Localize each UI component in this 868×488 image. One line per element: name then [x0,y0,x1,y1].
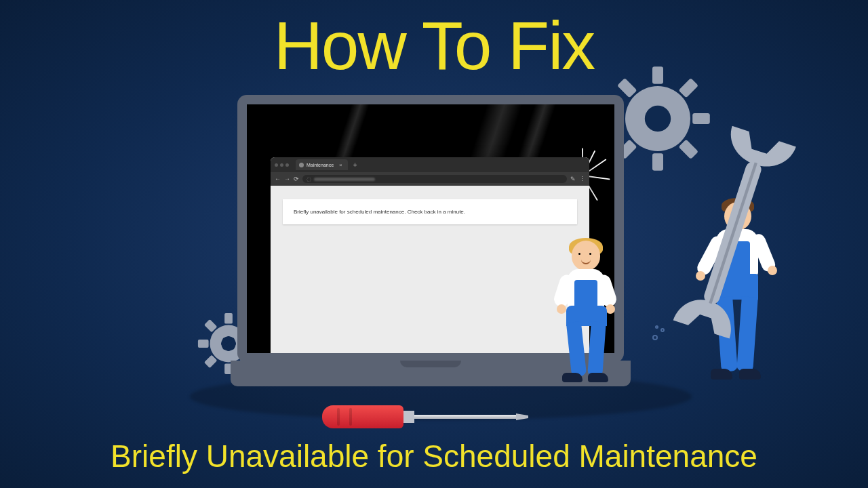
forward-icon[interactable]: → [284,176,290,182]
svg-rect-2 [652,153,663,171]
svg-rect-8 [679,140,698,159]
browser-toolbar: ← → ⟳ ◌ ✎ ⋮ [271,172,589,186]
svg-rect-13 [198,340,209,348]
svg-point-9 [645,106,671,131]
worker-standing-illustration [671,190,807,413]
close-icon[interactable]: × [339,162,342,168]
menu-icon[interactable]: ⋮ [579,176,585,182]
url-blurred [314,178,375,181]
browser-window: Maintenance × + ← → ⟳ ◌ ✎ ⋮ Briefly unav… [271,157,589,353]
tab-label: Maintenance [307,163,334,167]
svg-rect-5 [679,78,698,98]
new-tab-button[interactable]: + [353,161,357,169]
worker-sitting-illustration [553,241,627,410]
site-info-icon: ◌ [307,176,311,182]
address-bar[interactable]: ◌ [302,175,567,183]
svg-rect-17 [204,319,217,332]
edit-icon[interactable]: ✎ [570,176,576,182]
headline-text: How To Fix [0,7,868,85]
reload-icon[interactable]: ⟳ [294,176,299,182]
svg-rect-1 [652,66,663,84]
screwdriver-icon [322,401,532,432]
svg-rect-4 [692,113,710,124]
back-icon[interactable]: ← [275,176,281,182]
maintenance-message: Briefly unavailable for scheduled mainte… [283,199,577,224]
browser-tab[interactable]: Maintenance × [296,159,348,170]
svg-rect-16 [204,355,217,368]
window-controls[interactable] [275,163,289,167]
page-body: Briefly unavailable for scheduled mainte… [271,186,589,238]
subheadline-text: Briefly Unavailable for Scheduled Mainte… [0,438,868,474]
browser-tabbar: Maintenance × + [271,157,589,172]
globe-icon [299,163,304,167]
